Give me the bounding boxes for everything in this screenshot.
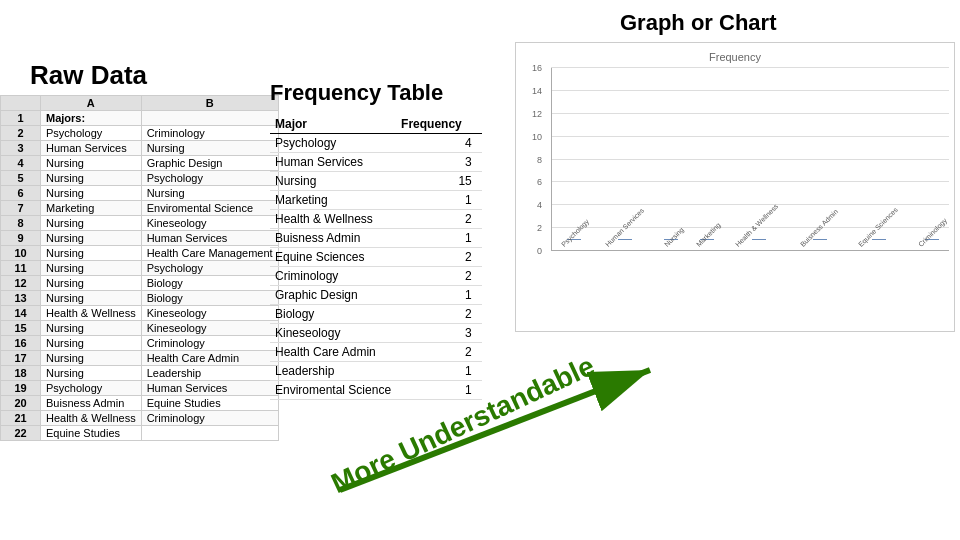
bar-group: Psychology <box>552 239 596 250</box>
chart-bar <box>752 239 766 240</box>
bar-group: Human Services <box>596 239 655 250</box>
raw-data-table: AB1Majors:2PsychologyCriminology3Human S… <box>0 95 279 441</box>
bar-group: Criminology <box>909 239 954 250</box>
graph-container: Frequency 0246810121416 PsychologyHuman … <box>515 42 955 332</box>
bar-group: Buisness Admin <box>791 239 849 250</box>
y-axis-labels: 0246810121416 <box>516 68 548 251</box>
chart-y-label: Frequency <box>516 51 954 63</box>
raw-data-title: Raw Data <box>30 60 147 91</box>
chart-bar <box>872 239 886 240</box>
bars-area: PsychologyHuman ServicesNursingMarketing… <box>551 68 949 251</box>
bar-group: Graphic Design <box>954 239 960 250</box>
frequency-table: MajorFrequencyPsychology4Human Services3… <box>270 115 482 400</box>
bar-group: Equine Sciences <box>849 239 909 250</box>
chart-bar <box>618 239 632 240</box>
chart-bar <box>813 239 827 240</box>
bar-group: Health & Wellness <box>726 239 791 250</box>
frequency-table-title: Frequency Table <box>270 80 443 106</box>
bar-group: Marketing <box>687 239 726 250</box>
graph-title: Graph or Chart <box>620 10 776 36</box>
bar-group: Nursing <box>655 239 687 250</box>
